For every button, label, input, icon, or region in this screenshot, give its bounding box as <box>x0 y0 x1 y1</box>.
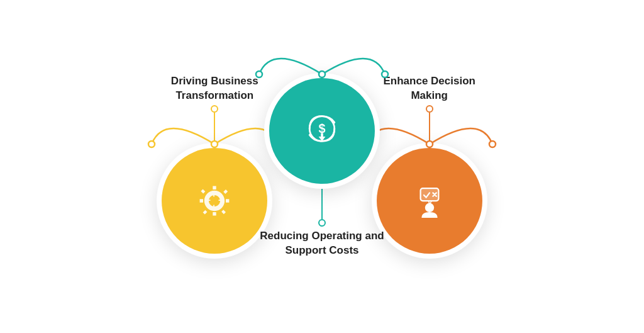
right-item: Enhance Decision Making <box>372 74 487 259</box>
main-container: Driving Business Transformation <box>0 0 644 333</box>
left-arc-path <box>152 128 214 144</box>
center-circle-shadow: $ <box>264 73 380 189</box>
left-label: Driving Business Transformation <box>171 74 258 103</box>
center-bottom-dot <box>318 219 326 227</box>
right-title-line2: Making <box>411 89 448 101</box>
right-circle-shadow <box>372 143 487 259</box>
svg-rect-0 <box>206 200 211 201</box>
center-arc-right <box>322 59 385 74</box>
center-arc-svg <box>253 37 391 81</box>
left-circle-wrap <box>157 143 272 259</box>
center-arc-dot-left <box>256 71 262 77</box>
center-connector-bottom <box>318 189 326 227</box>
left-icon <box>192 178 237 223</box>
svg-rect-2 <box>213 193 214 197</box>
center-bottom-line <box>321 189 323 219</box>
center-circle-inner: $ <box>269 78 375 184</box>
left-item: Driving Business Transformation <box>157 74 272 259</box>
right-circle-inner <box>377 148 482 254</box>
svg-rect-1 <box>219 200 223 201</box>
center-arc-dot-right <box>382 71 388 77</box>
right-label: Enhance Decision Making <box>383 74 475 103</box>
right-icon <box>407 178 452 223</box>
center-label: Reducing Operating and Support Costs <box>260 229 384 258</box>
left-title-line2: Transformation <box>175 89 253 101</box>
diagram: Driving Business Transformation <box>39 73 605 261</box>
left-circle-shadow <box>157 143 272 259</box>
left-arc-dot-center <box>211 141 218 147</box>
center-arc-left <box>259 59 322 74</box>
center-circle-wrap: $ <box>264 73 380 189</box>
right-arc-dot-center <box>426 141 433 147</box>
svg-text:$: $ <box>318 121 325 135</box>
svg-rect-9 <box>420 189 438 201</box>
center-item: $ <box>260 73 384 261</box>
right-title-line1: Enhance Decision <box>383 75 475 87</box>
left-circle-inner <box>162 148 267 254</box>
center-icon: $ <box>299 108 345 154</box>
center-title-line1: Reducing Operating and <box>260 230 384 242</box>
left-arc-dot-left <box>148 141 155 147</box>
svg-rect-3 <box>213 205 214 210</box>
right-circle-wrap <box>372 143 487 259</box>
left-title-line1: Driving Business <box>171 75 258 87</box>
center-title-line2: Support Costs <box>285 244 358 256</box>
right-arc-dot-right <box>489 141 496 147</box>
center-arc-dot-center <box>319 71 325 77</box>
right-arc-right <box>430 128 492 144</box>
